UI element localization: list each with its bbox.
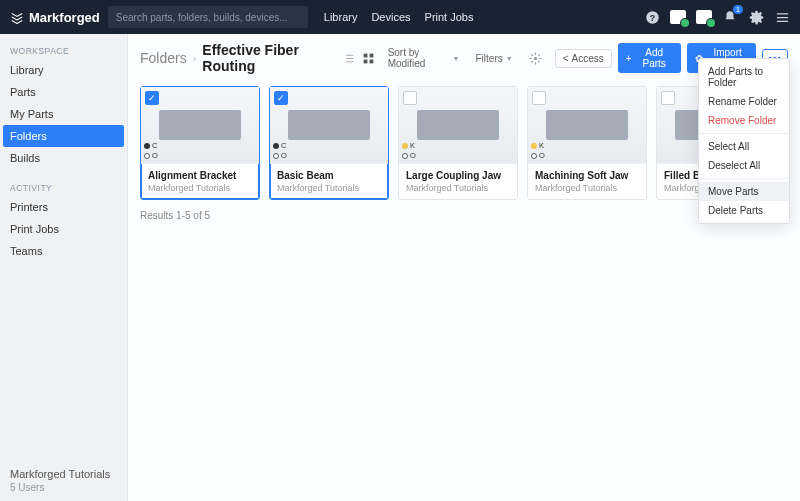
notifications-icon[interactable]: 1 [722,9,738,25]
parts-grid: ✓COAlignment BracketMarkforged Tutorials… [140,86,788,200]
topnav-right: ? 1 [644,9,790,25]
part-card[interactable]: ✓COAlignment BracketMarkforged Tutorials [140,86,260,200]
help-icon[interactable]: ? [644,9,660,25]
brand-name: Markforged [29,10,100,25]
checkbox-icon[interactable] [532,91,546,105]
sidebar-item-printjobs[interactable]: Print Jobs [0,218,127,240]
search-placeholder: Search parts, folders, builds, devices..… [116,12,288,23]
chevron-down-icon: ▼ [506,55,513,62]
svg-rect-5 [364,59,368,63]
svg-rect-6 [370,59,374,63]
part-thumbnail: ✓CO [141,87,259,163]
menu-add-parts[interactable]: Add Parts to Folder [699,62,789,92]
svg-point-7 [534,56,537,59]
sidebar-footer[interactable]: Markforged Tutorials 5 Users [0,460,127,501]
org-name: Markforged Tutorials [10,468,117,480]
topnav-links: Library Devices Print Jobs [324,11,474,23]
settings-icon[interactable] [748,9,764,25]
printer-status-1-icon[interactable] [670,9,686,25]
menu-deselect-all[interactable]: Deselect All [699,156,789,175]
part-thumbnail: ✓CO [270,87,388,163]
part-name: Machining Soft Jaw [535,170,639,181]
grid-view-icon[interactable] [362,50,376,66]
share-icon: < [563,53,569,64]
printer-status-2-icon[interactable] [696,9,712,25]
list-view-icon[interactable] [342,50,356,66]
plus-icon: + [626,53,632,64]
part-card[interactable]: ✓COBasic BeamMarkforged Tutorials [269,86,389,200]
nav-library[interactable]: Library [324,11,358,23]
user-count: 5 Users [10,482,117,493]
sort-dropdown[interactable]: Sort by Modified▼ [388,47,460,69]
part-name: Large Coupling Jaw [406,170,510,181]
menu-delete-parts[interactable]: Delete Parts [699,201,789,220]
nav-devices[interactable]: Devices [371,11,410,23]
header-row: Folders › Effective Fiber Routing Sort b… [140,42,788,74]
chevron-down-icon: ▼ [453,55,460,62]
nav-printjobs[interactable]: Print Jobs [425,11,474,23]
part-owner: Markforged Tutorials [406,183,510,193]
svg-rect-4 [370,53,374,57]
part-name: Alignment Bracket [148,170,252,181]
part-owner: Markforged Tutorials [148,183,252,193]
part-owner: Markforged Tutorials [277,183,381,193]
menu-remove-folder[interactable]: Remove Folder [699,111,789,130]
filters-dropdown[interactable]: Filters▼ [476,53,513,64]
sidebar-item-parts[interactable]: Parts [0,81,127,103]
logo-icon [10,10,24,24]
breadcrumb: Folders › Effective Fiber Routing [140,42,342,74]
material-badges: CO [273,141,287,160]
menu-icon[interactable] [774,9,790,25]
checkbox-icon[interactable] [403,91,417,105]
menu-select-all[interactable]: Select All [699,137,789,156]
sidebar-item-builds[interactable]: Builds [0,147,127,169]
breadcrumb-root[interactable]: Folders [140,50,187,66]
menu-rename-folder[interactable]: Rename Folder [699,92,789,111]
breadcrumb-current: Effective Fiber Routing [202,42,341,74]
search-input[interactable]: Search parts, folders, builds, devices..… [108,6,308,28]
material-badges: KO [531,141,545,160]
material-badges: CO [144,141,158,160]
sidebar-item-printers[interactable]: Printers [0,196,127,218]
top-nav: Markforged Search parts, folders, builds… [0,0,800,34]
notification-badge: 1 [733,5,743,14]
material-badges: KO [402,141,416,160]
breadcrumb-sep: › [193,52,197,64]
part-thumbnail: KO [528,87,646,163]
results-count: Results 1-5 of 5 [140,210,788,221]
gear-icon[interactable] [529,50,543,66]
part-thumbnail: KO [399,87,517,163]
part-name: Basic Beam [277,170,381,181]
sidebar-activity-header: ACTIVITY [0,177,127,196]
checkbox-icon[interactable] [661,91,675,105]
svg-rect-3 [364,53,368,57]
part-card[interactable]: KOLarge Coupling JawMarkforged Tutorials [398,86,518,200]
sidebar: WORKSPACE Library Parts My Parts Folders… [0,34,128,501]
checkbox-icon[interactable]: ✓ [145,91,159,105]
part-owner: Markforged Tutorials [535,183,639,193]
svg-text:?: ? [649,12,654,22]
sidebar-item-myparts[interactable]: My Parts [0,103,127,125]
menu-move-parts[interactable]: Move Parts [699,182,789,201]
access-button[interactable]: <Access [555,49,612,68]
sidebar-item-library[interactable]: Library [0,59,127,81]
sidebar-item-folders[interactable]: Folders [3,125,124,147]
part-card[interactable]: KOMachining Soft JawMarkforged Tutorials [527,86,647,200]
sidebar-item-teams[interactable]: Teams [0,240,127,262]
sidebar-workspace-header: WORKSPACE [0,40,127,59]
checkbox-icon[interactable]: ✓ [274,91,288,105]
context-menu: Add Parts to Folder Rename Folder Remove… [698,58,790,224]
brand-logo[interactable]: Markforged [10,10,100,25]
add-parts-button[interactable]: +Add Parts [618,43,681,73]
